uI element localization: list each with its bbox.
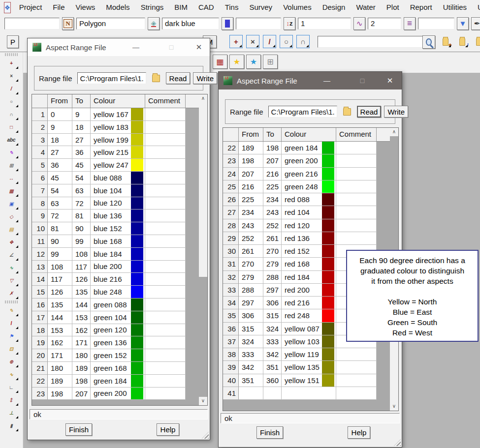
favourite-star-yellow-button[interactable]: ★ xyxy=(229,55,244,69)
table-row[interactable]: 1 0 9 yellow 167 xyxy=(32,108,207,121)
table-row[interactable]: 22 189 198 green 184 xyxy=(32,375,207,388)
sketch-tool-icon[interactable]: ∿ xyxy=(4,368,19,381)
comment-cell[interactable] xyxy=(336,361,377,374)
table-row[interactable]: 7 54 63 blue 104 xyxy=(32,184,207,197)
linestyle-button[interactable]: ≡ xyxy=(404,17,416,30)
table-row[interactable]: 22 189 198 green 184 xyxy=(223,142,398,154)
help-button[interactable]: Help xyxy=(348,426,370,439)
table-row[interactable]: 25 216 225 green 248 xyxy=(223,180,398,193)
menu-item[interactable]: Design xyxy=(317,0,351,15)
note-edit-tool-icon[interactable]: ⊟ xyxy=(4,343,19,355)
table-row[interactable]: 28 243 252 red 120 xyxy=(223,219,398,232)
scroll-down-icon[interactable]: ∨ xyxy=(390,402,398,411)
comment-cell[interactable] xyxy=(145,248,186,261)
comment-cell[interactable] xyxy=(336,232,377,245)
survey-pole-tool-icon[interactable]: ⚑ xyxy=(4,330,19,342)
favourite-star-blue-button[interactable]: ★ xyxy=(246,55,261,69)
railway-tool-icon[interactable]: ‡ xyxy=(4,394,19,406)
section-tool-icon[interactable]: ⊕ xyxy=(4,356,19,368)
table-row[interactable]: 17 144 153 green 104 xyxy=(32,311,207,324)
clip-tool-icon[interactable]: ▮ xyxy=(4,419,19,432)
comment-cell[interactable] xyxy=(145,197,186,210)
table-row[interactable]: 15 126 135 blue 248 xyxy=(32,286,207,299)
finish-button[interactable]: Finish xyxy=(256,426,283,439)
symbol-dropdown-button[interactable]: ▼ xyxy=(457,17,469,30)
table-row[interactable]: 8 63 72 blue 120 xyxy=(32,197,207,210)
grid-tool-icon[interactable]: ▦ xyxy=(4,185,19,197)
range-file-input[interactable] xyxy=(268,106,337,118)
menu-item[interactable]: Strings xyxy=(135,0,169,15)
angle-tool-icon[interactable]: ∟ xyxy=(4,381,19,393)
interface-tool-icon[interactable]: I xyxy=(4,317,19,329)
image-tool-icon[interactable]: ▤ xyxy=(4,223,19,236)
comment-cell[interactable] xyxy=(145,172,186,184)
table-row[interactable]: 29 252 261 red 136 xyxy=(223,232,398,245)
table-row[interactable]: 11 90 99 blue 168 xyxy=(32,235,207,248)
comment-cell[interactable] xyxy=(145,375,186,388)
table-row[interactable]: 10 81 90 blue 152 xyxy=(32,222,207,235)
table-row[interactable]: 13 108 117 blue 200 xyxy=(32,261,207,273)
comment-cell[interactable] xyxy=(145,388,186,400)
string-points-tool-icon[interactable]: ⊞ xyxy=(4,159,19,172)
weight-button[interactable]: ∿ xyxy=(353,17,365,30)
comment-cell[interactable] xyxy=(336,387,377,400)
string-type-input[interactable] xyxy=(76,18,145,30)
table-row[interactable]: 5 36 45 yellow 247 xyxy=(32,159,207,172)
dialog-titlebar[interactable]: Aspect Range File — □ ✕ xyxy=(219,72,402,90)
circle-snap-icon[interactable]: ○ xyxy=(280,35,293,48)
write-button[interactable]: Write xyxy=(384,106,408,118)
menu-item[interactable]: Volumes xyxy=(278,0,317,15)
menu-item[interactable]: Water xyxy=(351,0,381,15)
line-snap-icon[interactable]: / xyxy=(263,35,276,48)
comment-cell[interactable] xyxy=(336,206,377,219)
table-row[interactable]: 24 207 216 green 216 xyxy=(223,168,398,180)
comment-cell[interactable] xyxy=(145,146,186,159)
menu-item[interactable]: BIM xyxy=(169,0,193,15)
rectangle-tool-icon[interactable]: □ xyxy=(4,121,19,133)
resize-grip[interactable] xyxy=(394,439,401,446)
polygon-tool-icon[interactable]: ◇ xyxy=(4,210,19,223)
menu-item[interactable]: Tins xyxy=(220,0,244,15)
scroll-up-icon[interactable]: ∧ xyxy=(199,94,207,103)
weight-input[interactable] xyxy=(298,18,351,30)
shield-tool-icon[interactable]: ▽ xyxy=(4,274,19,287)
range-file-input[interactable] xyxy=(77,72,146,84)
style-input[interactable] xyxy=(368,18,401,30)
node-snap-icon[interactable]: × xyxy=(246,35,259,48)
table-row[interactable]: 19 162 171 green 136 xyxy=(32,336,207,349)
table-row[interactable]: 16 135 144 green 088 xyxy=(32,299,207,311)
line-snap-icon[interactable]: / xyxy=(4,83,19,95)
table-row[interactable]: 41 xyxy=(223,387,398,400)
height-input[interactable] xyxy=(236,18,281,30)
maximize-button[interactable]: □ xyxy=(352,72,372,90)
slope-tool-icon[interactable]: ∠ xyxy=(4,249,19,261)
node-snap-icon[interactable]: × xyxy=(4,70,19,82)
read-button[interactable]: Read xyxy=(357,106,382,118)
eyedropper-button[interactable]: ✒ xyxy=(471,17,480,30)
table-row[interactable]: 2 9 18 yellow 183 xyxy=(32,121,207,134)
arc-snap-icon[interactable]: ∩ xyxy=(296,35,310,48)
minimize-button[interactable]: — xyxy=(126,38,146,56)
comment-cell[interactable] xyxy=(145,209,186,222)
write-button[interactable]: Write xyxy=(193,72,217,84)
search-input[interactable] xyxy=(318,36,424,48)
comment-cell[interactable] xyxy=(145,336,186,349)
table-row[interactable]: 21 180 189 green 168 xyxy=(32,362,207,375)
comment-cell[interactable] xyxy=(336,193,377,206)
menu-item[interactable]: File xyxy=(47,0,70,15)
menu-item[interactable]: Project xyxy=(14,0,48,15)
comment-cell[interactable] xyxy=(145,235,186,248)
pin-tool-icon[interactable]: ⊥ xyxy=(4,407,19,419)
table-row[interactable]: 23 198 207 green 200 xyxy=(223,154,398,167)
close-icon[interactable]: ✕ xyxy=(189,38,209,56)
point-snap-icon[interactable]: + xyxy=(4,57,19,69)
help-button[interactable]: Help xyxy=(157,423,179,436)
scroll-down-icon[interactable]: ∨ xyxy=(199,397,207,405)
arc-snap-icon[interactable]: ∩ xyxy=(4,108,19,120)
model-name-button[interactable]: N xyxy=(62,17,74,30)
menu-item[interactable]: Survey xyxy=(244,0,278,15)
read-button[interactable]: Read xyxy=(166,72,191,84)
table-row[interactable]: 38 333 342 yellow 119 xyxy=(223,348,398,361)
move-tool-icon[interactable]: ✥ xyxy=(4,236,19,248)
window-copy-tool-icon[interactable]: ▣ xyxy=(4,198,19,210)
